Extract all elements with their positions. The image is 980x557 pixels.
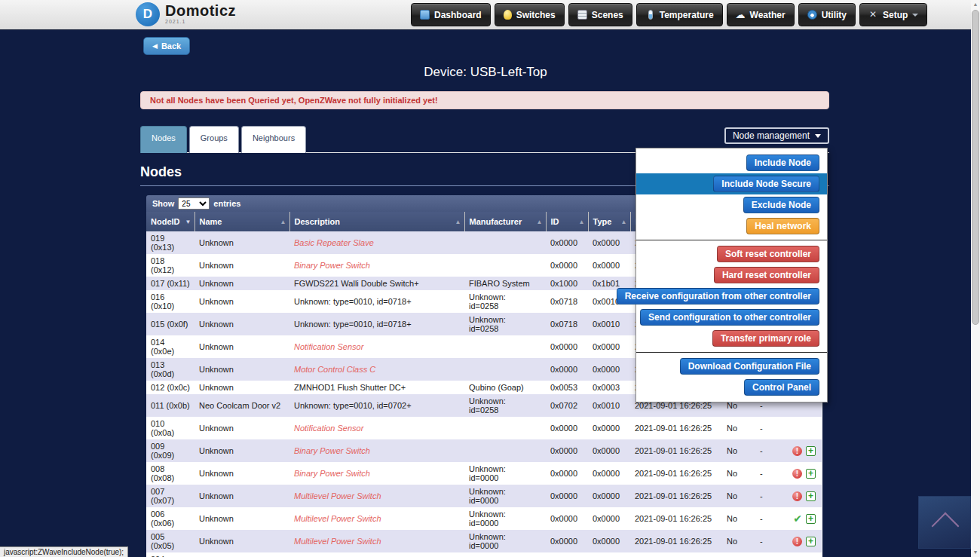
page-scrollbar[interactable]: ▲ ▼ — [971, 0, 980, 557]
nav-weather[interactable]: Weather — [727, 3, 795, 26]
scrollbar-down-arrow-icon[interactable]: ▼ — [971, 548, 980, 557]
id-cell: 0x0718 — [546, 290, 588, 313]
menu-item-row-transfer-primary-role: Transfer primary role — [636, 328, 827, 349]
nav-switches[interactable]: Switches — [495, 3, 565, 26]
description-cell: Binary Power Switch — [289, 439, 464, 462]
menu-item-download-configuration-file[interactable]: Download Configuration File — [680, 358, 819, 375]
scrollbar-up-arrow-icon[interactable]: ▲ — [971, 0, 980, 9]
column-header-description[interactable]: Description▲ — [289, 212, 464, 231]
manufacturer-cell — [464, 552, 546, 557]
name-cell: Unknown — [194, 381, 289, 394]
table-row[interactable]: 010 (0x0a)UnknownNotification Sensor0x00… — [146, 417, 822, 439]
menu-item-receive-configuration-from-other-controller[interactable]: Receive configuration from other control… — [617, 288, 819, 305]
name-cell: Unknown — [194, 439, 289, 462]
tab-neighbours[interactable]: Neighbours — [241, 126, 306, 153]
add-node-icon[interactable]: + — [806, 537, 816, 546]
table-row[interactable]: 007 (0x07)UnknownMultilevel Power Switch… — [146, 485, 822, 507]
name-cell: Unknown — [194, 231, 289, 254]
last-seen-cell: 2021-09-01 16:26:25 — [630, 462, 722, 485]
failed-icon — [792, 537, 802, 546]
table-row[interactable]: 005 (0x05)UnknownMultilevel Power Switch… — [146, 530, 822, 552]
name-cell: Unknown — [194, 358, 289, 381]
table-row[interactable]: 009 (0x09)UnknownBinary Power Switch0x00… — [146, 439, 822, 462]
table-row[interactable]: 008 (0x08)UnknownBinary Power SwitchUnkn… — [146, 462, 822, 485]
menu-item-soft-reset-controller[interactable]: Soft reset controller — [717, 246, 819, 262]
manufacturer-cell: Unknown: id=0000 — [464, 530, 546, 552]
column-header-manufacturer[interactable]: Manufacturer▲ — [464, 212, 546, 231]
description-cell: Multilevel Power Switch — [289, 530, 464, 552]
manufacturer-cell — [464, 439, 546, 462]
menu-item-heal-network[interactable]: Heal network — [746, 218, 819, 234]
node-id-cell: 016 (0x10) — [146, 290, 194, 313]
back-button[interactable]: ◀ Back — [143, 37, 190, 55]
last-seen-cell: 2021-09-01 16:26:25 — [630, 439, 722, 462]
add-node-icon[interactable]: + — [806, 469, 816, 479]
id-cell: 0x0000 — [546, 552, 588, 557]
type-cell: 0x0010 — [588, 313, 630, 335]
description-cell: Unknown: type=0010, id=0718+ — [289, 313, 464, 335]
tab-nodes[interactable]: Nodes — [140, 126, 187, 153]
nav-scenes[interactable]: Scenes — [568, 3, 632, 26]
id-cell: 0x1000 — [546, 277, 588, 290]
menu-item-hard-reset-controller[interactable]: Hard reset controller — [714, 267, 819, 283]
sort-asc-icon: ▲ — [537, 219, 543, 225]
column-header-nodeid[interactable]: NodeID▼ — [146, 212, 194, 231]
menu-item-row-heal-network: Heal network — [636, 216, 827, 237]
node-management-button[interactable]: Node management — [724, 127, 829, 144]
column-header-type[interactable]: Type▲ — [588, 212, 630, 231]
column-header-name[interactable]: Name▲ — [194, 212, 289, 231]
manufacturer-cell: Qubino (Goap) — [464, 381, 546, 394]
nav-dashboard[interactable]: Dashboard — [411, 3, 491, 26]
menu-item-row-receive-configuration-from-other-controller: Receive configuration from other control… — [636, 286, 827, 307]
battery-cell: - — [755, 485, 782, 507]
menu-item-exclude-node[interactable]: Exclude Node — [743, 197, 819, 213]
menu-item-row-hard-reset-controller: Hard reset controller — [636, 265, 827, 286]
domoticz-logo[interactable]: D Domoticz 2021.1 — [136, 2, 236, 26]
scenes-icon — [577, 10, 587, 20]
last-seen-cell: 2021-09-01 16:26:25 — [630, 552, 722, 557]
state-cell: ☾+ — [782, 552, 822, 557]
manufacturer-cell — [464, 335, 546, 358]
add-node-icon[interactable]: + — [806, 491, 816, 501]
table-row[interactable]: 004 (0x04)UnknownNotification Sensor0x00… — [146, 552, 822, 557]
table-row[interactable]: 006 (0x06)UnknownMultilevel Power Switch… — [146, 507, 822, 530]
queried-cell: No — [722, 417, 755, 439]
id-cell: 0x0718 — [546, 313, 588, 335]
node-id-cell: 012 (0x0c) — [146, 381, 194, 394]
type-cell: 0x0003 — [588, 381, 630, 394]
node-id-cell: 017 (0x11) — [146, 277, 194, 290]
menu-item-transfer-primary-role[interactable]: Transfer primary role — [712, 330, 819, 347]
add-node-icon[interactable]: + — [806, 514, 816, 524]
menu-item-row-control-panel: Control Panel — [636, 377, 827, 398]
tab-groups[interactable]: Groups — [189, 126, 239, 153]
scrollbar-thumb[interactable] — [972, 10, 979, 325]
menu-item-row-send-configuration-to-other-controller: Send configuration to other controller — [636, 307, 827, 328]
menu-item-include-node[interactable]: Include Node — [746, 155, 819, 171]
id-cell: 0x0000 — [546, 485, 588, 507]
nav-utility[interactable]: Utility — [798, 3, 856, 26]
nav-label-switches: Switches — [516, 10, 556, 20]
type-cell: 0x0000 — [588, 439, 630, 462]
menu-item-row-exclude-node: Exclude Node — [636, 194, 827, 216]
nav-temperature[interactable]: Temperature — [636, 3, 723, 26]
scroll-to-top-button[interactable] — [918, 496, 971, 549]
dashboard-icon — [420, 10, 430, 20]
back-button-label: Back — [161, 41, 181, 50]
failed-icon — [792, 446, 802, 456]
column-header-id[interactable]: ID▲ — [546, 212, 588, 231]
description-cell: Notification Sensor — [289, 417, 464, 439]
name-cell: Unknown — [194, 530, 289, 552]
add-node-icon[interactable]: + — [806, 446, 816, 456]
menu-item-control-panel[interactable]: Control Panel — [744, 379, 819, 396]
manufacturer-cell: Unknown: id=0258 — [464, 290, 546, 313]
menu-item-include-node-secure[interactable]: Include Node Secure — [713, 176, 819, 192]
name-cell: Unknown — [194, 313, 289, 335]
page-size-select[interactable]: 25 — [178, 197, 210, 210]
nav-setup[interactable]: Setup — [859, 3, 927, 26]
type-cell: 0x0010 — [588, 394, 630, 417]
node-id-cell: 015 (0x0f) — [146, 313, 194, 335]
menu-item-send-configuration-to-other-controller[interactable]: Send configuration to other controller — [640, 309, 819, 326]
caret-down-icon — [815, 134, 821, 138]
sort-asc-icon: ▲ — [280, 219, 286, 225]
failed-icon — [792, 469, 802, 479]
